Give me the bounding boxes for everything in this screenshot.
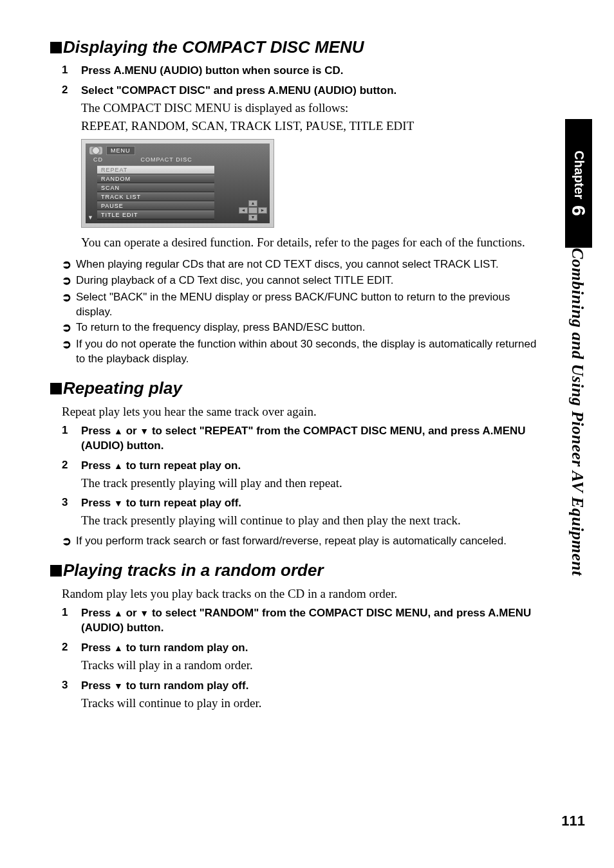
section-heading: Playing tracks in a random order [50,560,546,580]
up-triangle-icon: ▲ [114,426,123,436]
step-para: Tracks will play in a random order. [81,657,546,674]
nav-ok-icon [248,207,257,214]
bullet-text: To return to the frequency display, pres… [76,320,546,335]
step-number: 3 [62,679,81,712]
menu-item: TITLE EDIT [97,210,214,219]
square-bullet-icon [50,383,62,394]
nav-down-icon: ▼ [248,214,257,221]
step-list: 1 Press A.MENU (AUDIO) button when sourc… [50,64,546,134]
step-head: Press ▼ to turn repeat play off. [81,496,546,511]
heading-text: Displaying the COMPACT DISC MENU [63,37,364,57]
section-intro: Repeat play lets you hear the same track… [62,405,546,419]
step-para: Tracks will continue to play in order. [81,695,546,712]
menu-item: PAUSE [97,201,214,210]
down-triangle-icon: ▼ [114,498,123,508]
side-tab: Chapter 6 Combining and Using Pioneer AV… [565,119,592,582]
page-content: Displaying the COMPACT DISC MENU 1 Press… [50,26,546,716]
bullet-list: ➲When playing regular CDs that are not C… [62,257,546,367]
up-triangle-icon: ▲ [114,643,123,653]
menu-label: MENU [106,146,135,155]
step-number: 3 [62,496,81,529]
bullet-text: If you do not operate the function withi… [76,337,546,367]
bullet-arrow-icon: ➲ [62,337,76,367]
step-list: 1 Press ▲ or ▼ to select "RANDOM" from t… [50,606,546,711]
device-screenshot: MENU CD COMPACT DISC REPEAT RANDOM SCAN … [81,139,274,228]
step-number: 2 [62,641,81,674]
up-triangle-icon: ▲ [114,608,123,618]
menu-item: REPEAT [97,165,214,174]
nav-up-icon: ▲ [248,200,257,207]
nav-left-icon: ◄ [239,207,248,214]
step-head: Press ▲ or ▼ to select "REPEAT" from the… [81,424,546,454]
section-heading: Displaying the COMPACT DISC MENU [50,37,546,57]
section-intro: Random play lets you play back tracks on… [62,587,546,601]
step-number: 1 [62,424,81,454]
step-para: REPEAT, RANDOM, SCAN, TRACK LIST, PAUSE,… [81,118,546,134]
step-head: Press A.MENU (AUDIO) button when source … [81,64,546,78]
step-head: Press ▼ to turn random play off. [81,679,546,694]
bullet-arrow-icon: ➲ [62,534,76,549]
step-number: 1 [62,606,81,636]
bullet-arrow-icon: ➲ [62,273,76,288]
step-list: 1 Press ▲ or ▼ to select "REPEAT" from t… [50,424,546,529]
chapter-label: Chapter [572,151,586,199]
page-number: 111 [561,813,585,829]
square-bullet-icon [50,42,62,53]
crumb-left: CD [93,156,138,163]
bullet-arrow-icon: ➲ [62,320,76,335]
menu-item: SCAN [97,183,214,192]
nav-icons: ▲ ◄► ▼ [239,200,267,221]
note-text: You can operate a desired function. For … [81,234,546,251]
up-triangle-icon: ▲ [114,461,123,471]
heading-text: Repeating play [63,378,182,398]
nav-right-icon: ► [258,207,267,214]
section-heading: Repeating play [50,378,546,398]
menu-item: RANDOM [97,174,214,183]
square-bullet-icon [50,565,62,577]
down-triangle-icon: ▼ [140,426,149,436]
step-head: Select "COMPACT DISC" and press A.MENU (… [81,84,546,98]
step-head: Press ▲ or ▼ to select "RANDOM" from the… [81,606,546,636]
bullet-arrow-icon: ➲ [62,290,76,320]
menu-item: TRACK LIST [97,192,214,201]
step-para: The track presently playing will play an… [81,475,546,492]
chapter-number: 6 [568,205,590,216]
step-number: 1 [62,64,81,78]
down-triangle-icon: ▼ [114,681,123,691]
bullet-text: If you perform track search or fast forw… [76,534,546,549]
step-head: Press ▲ to turn random play on. [81,641,546,656]
bullet-text: During playback of a CD Text disc, you c… [76,273,546,288]
bullet-text: When playing regular CDs that are not CD… [76,257,546,272]
step-head: Press ▲ to turn repeat play on. [81,459,546,474]
heading-text: Playing tracks in a random order [63,560,324,580]
bullet-arrow-icon: ➲ [62,257,76,272]
crumb-right: COMPACT DISC [141,156,192,163]
disc-icon [89,147,102,154]
down-triangle-icon: ▼ [140,608,149,618]
bullet-text: Select "BACK" in the MENU display or pre… [76,290,546,320]
step-number: 2 [62,84,81,134]
bullet-list: ➲If you perform track search or fast for… [62,534,546,549]
step-para: The COMPACT DISC MENU is displayed as fo… [81,100,546,116]
step-number: 2 [62,459,81,492]
chapter-title: Combining and Using Pioneer AV Equipment [568,248,587,576]
step-para: The track presently playing will continu… [81,512,546,529]
down-arrow-icon: ▼ [88,214,93,221]
chapter-tab: Chapter 6 [565,119,592,248]
